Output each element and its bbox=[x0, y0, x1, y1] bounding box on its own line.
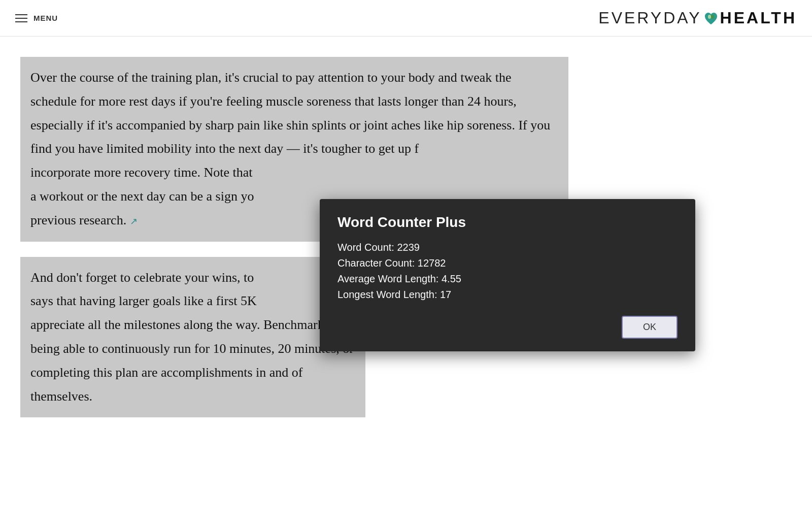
longest-word-label: Longest Word Length: 17 bbox=[337, 289, 451, 300]
word-counter-popup: Word Counter Plus Word Count: 2239 Chara… bbox=[320, 199, 695, 351]
paragraph-2-rest: appreciate all the milestones along the … bbox=[30, 317, 354, 403]
paragraph-2-start: And don't forget to celebrate your wins,… bbox=[30, 270, 254, 285]
logo-everyday-text: EVERYDAY bbox=[598, 9, 701, 27]
menu-label[interactable]: MENU bbox=[33, 14, 58, 22]
external-link-arrow[interactable]: ↗ bbox=[130, 216, 138, 226]
main-content: Over the course of the training plan, it… bbox=[0, 37, 589, 453]
ok-button[interactable]: OK bbox=[622, 316, 678, 339]
character-count-stat: Character Count: 12782 bbox=[337, 257, 678, 269]
svg-point-0 bbox=[708, 15, 711, 19]
longest-word-stat: Longest Word Length: 17 bbox=[337, 289, 678, 301]
paragraph-1-text: Over the course of the training plan, it… bbox=[30, 70, 550, 156]
avg-word-length-label: Average Word Length: 4.55 bbox=[337, 273, 461, 284]
site-header: MENU EVERYDAY HEALTH bbox=[0, 0, 812, 37]
popup-title: Word Counter Plus bbox=[337, 214, 678, 231]
paragraph-1-end: a workout or the next day can be a sign … bbox=[30, 189, 254, 204]
paragraph-2-mid: says that having larger goals like a fir… bbox=[30, 293, 257, 308]
character-count-label: Character Count: 12782 bbox=[337, 257, 446, 269]
site-logo[interactable]: EVERYDAY HEALTH bbox=[598, 9, 797, 27]
logo-heart-icon bbox=[703, 10, 719, 26]
popup-footer: OK bbox=[337, 316, 678, 339]
paragraph-1-footer: previous research. ↗ bbox=[30, 213, 138, 227]
logo-health-text: HEALTH bbox=[720, 9, 797, 27]
article-paragraph-2: And don't forget to celebrate your wins,… bbox=[20, 257, 365, 418]
header-left: MENU bbox=[15, 14, 58, 22]
svg-point-1 bbox=[711, 15, 714, 19]
menu-icon[interactable] bbox=[15, 14, 27, 22]
word-count-label: Word Count: 2239 bbox=[337, 242, 420, 253]
popup-stats-list: Word Count: 2239 Character Count: 12782 … bbox=[337, 242, 678, 301]
paragraph-1-mid: incorporate more recovery time. Note tha… bbox=[30, 165, 252, 180]
avg-word-length-stat: Average Word Length: 4.55 bbox=[337, 273, 678, 285]
word-count-stat: Word Count: 2239 bbox=[337, 242, 678, 253]
